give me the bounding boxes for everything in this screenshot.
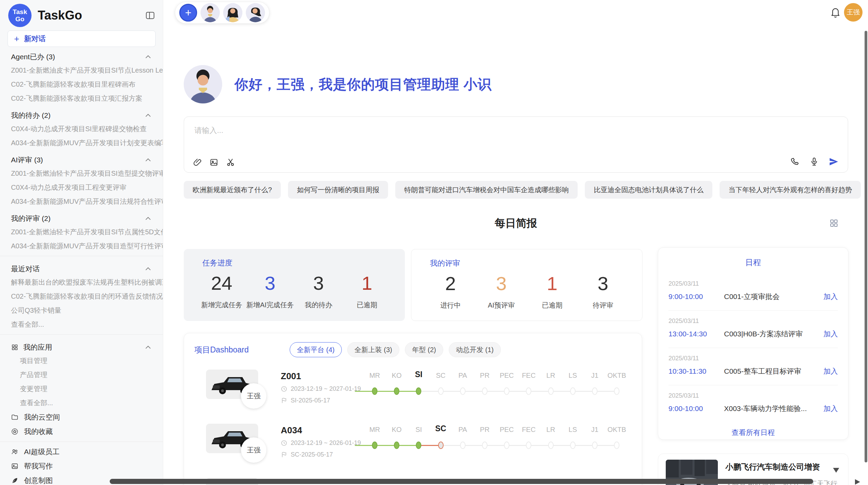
chevron-up-icon[interactable]: [145, 55, 151, 59]
chat-input[interactable]: [194, 126, 778, 135]
project-owner-badge[interactable]: 王强: [241, 383, 266, 409]
scroll-down-arrow-icon[interactable]: [833, 468, 839, 473]
new-chat-button[interactable]: + 新对话: [8, 30, 156, 47]
milestone-dot[interactable]: [438, 387, 444, 395]
milestone-dot[interactable]: [592, 442, 598, 449]
milestone-dot[interactable]: [526, 387, 531, 395]
chevron-up-icon[interactable]: [145, 158, 151, 162]
project-owner-badge[interactable]: 王强: [241, 437, 266, 463]
milestone-dot[interactable]: [482, 387, 487, 395]
phone-icon[interactable]: [790, 157, 800, 166]
milestone-label: KO: [392, 372, 402, 380]
milestone-dot[interactable]: [548, 387, 554, 395]
join-link[interactable]: 加入: [823, 366, 838, 376]
milestone-dot[interactable]: [372, 442, 377, 449]
sidebar-task-item[interactable]: A034-全新新能源MUV产品开发项目计划变更表编写: [0, 136, 163, 150]
horizontal-scrollbar-thumb[interactable]: [110, 479, 813, 484]
milestone-dot[interactable]: [460, 442, 466, 449]
sidebar-collapse-icon[interactable]: [144, 10, 156, 21]
sidebar-task-item[interactable]: A034-全新新能源MUV产品开发项目造型可行性评审: [0, 239, 163, 253]
microphone-icon[interactable]: [809, 157, 819, 166]
recent-chat-item[interactable]: 查看全部...: [0, 318, 163, 332]
sidebar-task-item[interactable]: C0X4-动力总成开发项目SI里程碑提交物检查: [0, 122, 163, 136]
sidebar-task-item[interactable]: Z001-全新燃油皮卡产品开发项目SI节点Lesson Learn报告: [0, 63, 163, 77]
project-code[interactable]: A034: [281, 425, 302, 436]
suggestion-chip[interactable]: 比亚迪全固态电池计划具体说了什么: [585, 181, 712, 199]
dashboard-tab[interactable]: 动总开发 (1): [449, 342, 501, 357]
recent-chat-item[interactable]: 公司Q3轻卡销量: [0, 303, 163, 318]
milestone-dot[interactable]: [372, 387, 377, 395]
assistant-avatar-large: [184, 65, 222, 103]
dashboard-tab[interactable]: 全新上装 (3): [347, 342, 399, 357]
sidebar-task-item[interactable]: C02-飞腾新能源轻客改款项目立项汇报方案: [0, 91, 163, 105]
app-item[interactable]: 产品管理: [0, 368, 163, 382]
sidebar-tool[interactable]: 帮我写作: [0, 459, 163, 473]
assistant-avatar-3[interactable]: [246, 3, 265, 22]
sidebar-task-item[interactable]: C0X4-动力总成开发项目工程变更评审: [0, 181, 163, 195]
chevron-up-icon[interactable]: [145, 267, 151, 271]
stat-label: 我的待办: [294, 300, 343, 310]
scroll-right-arrow-icon[interactable]: [855, 479, 860, 485]
milestone-label: KO: [392, 426, 402, 434]
milestone-dot[interactable]: [394, 442, 399, 449]
project-flag-text: SC-2025-05-17: [291, 451, 333, 458]
dashboard-tab[interactable]: 年型 (2): [405, 342, 443, 357]
suggestion-chip[interactable]: 如何写一份清晰的项目周报: [288, 181, 388, 199]
chevron-up-icon[interactable]: [145, 345, 151, 349]
chevron-up-icon[interactable]: [145, 216, 151, 221]
milestone-dot[interactable]: [416, 387, 421, 395]
notification-bell-icon[interactable]: [830, 6, 842, 18]
project-code[interactable]: Z001: [281, 371, 301, 382]
assistant-avatar-1[interactable]: [201, 3, 220, 22]
assistant-avatar-2[interactable]: [223, 3, 242, 22]
milestone-dot[interactable]: [548, 442, 554, 449]
sidebar-task-item[interactable]: Z001-全新燃油轻卡产品开发项目SI节点属性5D文件评审: [0, 225, 163, 239]
layout-grid-icon[interactable]: [829, 219, 839, 228]
sidebar-task-item[interactable]: Z001-全新燃油轻卡产品开发项目SI造型提交物评审: [0, 166, 163, 181]
sidebar-link[interactable]: 我的云空间: [0, 410, 163, 424]
suggestion-chip[interactable]: 特朗普可能对进口汽车增税会对中国车企造成哪些影响: [395, 181, 578, 199]
recent-chat-item[interactable]: C02-飞腾新能源轻客改款项目的闭环通告反馈情况: [0, 289, 163, 303]
milestone-label: MR: [369, 426, 380, 434]
project-row: 王强A0342023-12-19 ~ 2026-01-19SC-2025-05-…: [184, 420, 642, 474]
send-icon[interactable]: [829, 157, 839, 167]
chevron-up-icon[interactable]: [145, 113, 151, 117]
milestone-dot[interactable]: [526, 442, 531, 449]
sidebar-task-item[interactable]: A034-全新新能源MUV产品开发项目法规符合性评审: [0, 195, 163, 209]
app-item[interactable]: 查看全部...: [0, 396, 163, 410]
user-avatar[interactable]: 王强: [844, 3, 863, 22]
schedule-event-title: C001-立项审批会: [724, 292, 823, 301]
dashboard-tab[interactable]: 全新平台 (4): [290, 342, 342, 357]
paperclip-icon[interactable]: [193, 158, 202, 167]
join-link[interactable]: 加入: [823, 292, 838, 301]
milestone-dot[interactable]: [394, 387, 399, 395]
sidebar-link[interactable]: 我的收藏: [0, 424, 163, 439]
view-all-schedule-link[interactable]: 查看所有日程: [668, 422, 838, 443]
join-link[interactable]: 加入: [823, 329, 838, 339]
milestone-dot[interactable]: [482, 442, 487, 449]
milestone-dot[interactable]: [504, 387, 509, 395]
image-upload-icon[interactable]: [209, 158, 218, 167]
scissors-icon[interactable]: [226, 158, 235, 167]
milestone-dot[interactable]: [614, 442, 619, 449]
recent-chat-item[interactable]: 解释最新出台的欧盟报废车法规再生塑料比例被调至15%...: [0, 275, 163, 289]
suggestion-chip[interactable]: 当下年轻人对汽车外观有怎样的喜好趋势: [720, 181, 861, 199]
suggestion-chip[interactable]: 欧洲新规最近颁布了什么?: [184, 181, 281, 199]
vertical-scrollbar-thumb[interactable]: [865, 31, 867, 462]
milestone-dot[interactable]: [460, 387, 466, 395]
milestone-dot[interactable]: [592, 387, 598, 395]
stat-label: 新增完成任务: [197, 300, 246, 310]
milestone-dot[interactable]: [504, 442, 509, 449]
sidebar-tool[interactable]: AI超级员工: [0, 445, 163, 459]
sidebar-task-item[interactable]: C02-飞腾新能源轻客改款项目里程碑画布: [0, 77, 163, 91]
add-assistant-button[interactable]: +: [179, 4, 197, 22]
milestone-dot[interactable]: [570, 442, 576, 449]
join-link[interactable]: 加入: [823, 404, 838, 413]
app-item[interactable]: 项目管理: [0, 354, 163, 368]
milestone-dot[interactable]: [438, 442, 444, 449]
app-item[interactable]: 变更管理: [0, 382, 163, 396]
milestone-dot[interactable]: [416, 442, 421, 449]
task-progress-stats: 24新增完成任务3新增AI完成任务3我的待办1已逾期: [184, 268, 405, 310]
milestone-dot[interactable]: [570, 387, 576, 395]
milestone-dot[interactable]: [614, 387, 619, 395]
